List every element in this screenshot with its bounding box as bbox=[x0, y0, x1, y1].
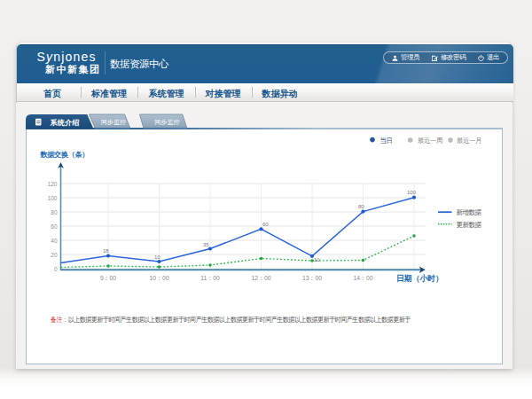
svg-text:同步监控: 同步监控 bbox=[101, 119, 126, 126]
svg-text:系统介绍: 系统介绍 bbox=[50, 118, 80, 127]
svg-text:同步监控: 同步监控 bbox=[155, 119, 180, 126]
